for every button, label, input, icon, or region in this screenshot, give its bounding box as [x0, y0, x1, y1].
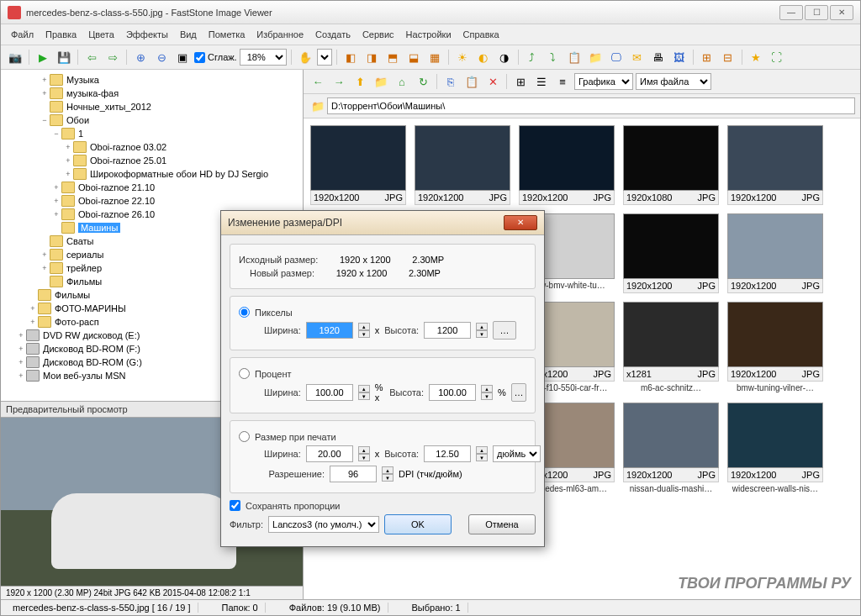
tool-icon[interactable]: ⬒ [383, 48, 402, 66]
dpi-input[interactable] [330, 466, 377, 482]
maximize-button[interactable]: ☐ [805, 5, 828, 20]
prev-icon[interactable]: ⇦ [82, 48, 101, 66]
wallpaper-icon[interactable]: 🖼 [670, 48, 689, 66]
menu-item[interactable]: Справка [458, 27, 504, 42]
home-icon[interactable]: ⌂ [393, 72, 411, 91]
path-input[interactable] [327, 97, 855, 114]
details-icon[interactable]: ≡ [553, 72, 572, 91]
screen-icon[interactable]: 🖵 [607, 48, 626, 66]
refresh-icon[interactable]: ↻ [414, 72, 432, 91]
spin-down[interactable]: ▼ [358, 330, 370, 338]
presets-button[interactable]: … [511, 383, 526, 402]
bw-icon[interactable]: ◑ [495, 48, 514, 66]
minimize-button[interactable]: — [779, 5, 803, 20]
fit-icon[interactable]: ▣ [173, 48, 192, 66]
height-px-input[interactable] [424, 322, 471, 339]
import-icon[interactable]: ⤵ [544, 48, 563, 66]
print-icon[interactable]: 🖶 [649, 48, 668, 66]
spin-up[interactable]: ▲ [476, 323, 488, 330]
menu-item[interactable]: Сервис [357, 27, 399, 42]
thumbnail[interactable]: 1920x1200JPG [623, 213, 719, 293]
spin-up[interactable]: ▲ [358, 385, 370, 392]
fullscreen-icon[interactable]: ⛶ [768, 48, 786, 66]
width-pct-input[interactable] [306, 384, 353, 401]
export-icon[interactable]: ⤴ [523, 48, 541, 66]
spin-down[interactable]: ▼ [358, 392, 370, 400]
view-icon[interactable]: ⊟ [719, 48, 737, 66]
thumbnail[interactable]: 1920x1200JPGwidescreen-walls-nis… [727, 403, 823, 495]
spin-up[interactable]: ▲ [358, 323, 370, 330]
height-pct-input[interactable] [429, 384, 476, 401]
zoom-in-icon[interactable]: ⊕ [131, 48, 150, 66]
camera-icon[interactable]: 📷 [6, 48, 24, 66]
tree-item[interactable]: +Oboi-raznoe 22.10 [4, 194, 299, 208]
tree-item[interactable]: −Обои [4, 113, 299, 127]
zoom-out-icon[interactable]: ⊖ [152, 48, 171, 66]
spin-down[interactable]: ▼ [476, 454, 488, 461]
open-icon[interactable]: ▶ [34, 48, 52, 66]
menu-item[interactable]: Правка [40, 27, 82, 42]
presets-button[interactable]: … [493, 321, 516, 340]
filter-select[interactable]: Lanczos3 (по умолч.) [268, 516, 379, 533]
menu-item[interactable]: Настройки [401, 27, 457, 42]
favorite-icon[interactable]: ★ [747, 48, 765, 66]
thumbnail[interactable]: 1920x1200JPG [519, 125, 615, 205]
width-in-input[interactable] [306, 445, 353, 462]
menu-item[interactable]: Создать [310, 27, 356, 42]
thumbs-icon[interactable]: ⊞ [511, 72, 530, 91]
spin-down[interactable]: ▼ [358, 454, 370, 461]
keep-ratio-checkbox[interactable] [230, 500, 240, 511]
new-folder-icon[interactable]: 📁 [372, 72, 390, 91]
tree-item[interactable]: +музыка-фая [4, 87, 299, 100]
name-select[interactable]: Имя файла [636, 73, 711, 90]
spin-down[interactable]: ▼ [481, 392, 493, 400]
menu-item[interactable]: Вид [175, 27, 202, 42]
folder-icon[interactable]: 📁 [586, 48, 605, 66]
copy-icon[interactable]: ⎘ [441, 72, 460, 91]
thumbnail[interactable]: 1920x1200JPG [727, 125, 823, 205]
spin-up[interactable]: ▲ [476, 446, 488, 454]
clipboard-icon[interactable]: 📋 [565, 48, 584, 66]
print-radio[interactable] [239, 431, 250, 442]
ok-button[interactable]: OK [384, 514, 452, 534]
tree-item[interactable]: +Oboi-raznoe 25.01 [4, 154, 299, 167]
up-icon[interactable]: ⬆ [351, 72, 369, 91]
delete-icon[interactable]: ✕ [483, 72, 502, 91]
spin-up[interactable]: ▲ [382, 466, 394, 474]
width-px-input[interactable] [306, 322, 353, 339]
thumbnail[interactable]: 1920x1080JPG [623, 125, 719, 205]
dialog-titlebar[interactable]: Изменение размера/DPI ✕ [221, 211, 544, 235]
smooth-checkbox[interactable] [194, 52, 205, 63]
dialog-close-button[interactable]: ✕ [504, 215, 537, 230]
menu-item[interactable]: Пометка [203, 27, 251, 42]
percent-radio[interactable] [239, 368, 250, 379]
spin-up[interactable]: ▲ [358, 446, 370, 454]
tree-item[interactable]: Ночные_хиты_2012 [4, 100, 299, 113]
contrast-icon[interactable]: ◐ [474, 48, 493, 66]
spin-down[interactable]: ▼ [476, 330, 488, 338]
list-icon[interactable]: ☰ [532, 72, 551, 91]
spin-up[interactable]: ▲ [481, 385, 493, 392]
thumbnail[interactable]: 1920x1200JPG [727, 213, 823, 293]
zoom-select[interactable]: 18% [240, 49, 287, 66]
next-icon[interactable]: ⇨ [103, 48, 122, 66]
paste-icon[interactable]: 📋 [462, 72, 481, 91]
tree-item[interactable]: −1 [4, 127, 299, 140]
tree-item[interactable]: +Музыка [4, 73, 299, 87]
hand-dropdown[interactable] [317, 49, 332, 66]
brightness-icon[interactable]: ☀ [453, 48, 472, 66]
height-in-input[interactable] [424, 445, 471, 462]
menu-item[interactable]: Эффекты [121, 27, 173, 42]
thumbnail[interactable]: 1920x1200JPGbmw-tuning-vilner-… [727, 302, 823, 394]
back-icon[interactable]: ← [309, 72, 327, 91]
thumbnail[interactable]: 1920x1200JPG [415, 125, 510, 205]
spin-down[interactable]: ▼ [382, 474, 394, 482]
menu-item[interactable]: Избранное [251, 27, 309, 42]
menu-item[interactable]: Файл [6, 27, 39, 42]
save-icon[interactable]: 💾 [55, 48, 73, 66]
units-select[interactable]: дюймь [493, 445, 541, 462]
sort-select[interactable]: Графика [574, 73, 633, 90]
tool-icon[interactable]: ◨ [362, 48, 381, 66]
thumbnail[interactable]: x1281JPGm6-ac-schnitz… [623, 302, 719, 394]
tool-icon[interactable]: ⬓ [404, 48, 423, 66]
